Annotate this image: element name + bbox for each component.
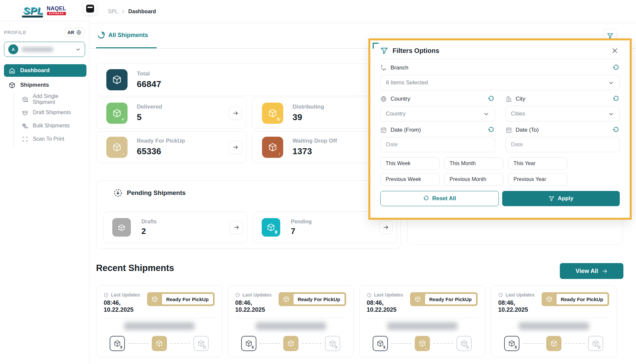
sidebar-toggle-button[interactable] — [83, 2, 97, 15]
arrow-right-icon — [233, 224, 240, 231]
status-badge: Ready For PickUp — [279, 292, 346, 306]
step-connector — [302, 343, 322, 344]
country-label: Country — [391, 96, 410, 102]
date-from-reset-button[interactable] — [487, 126, 495, 134]
sidebar-item-draft-shipments[interactable]: Draft Shipments — [17, 107, 86, 118]
city-reset-button[interactable] — [612, 95, 620, 103]
sidebar-item-bulk-shipments[interactable]: Bulk Shipments — [17, 120, 86, 131]
close-icon — [611, 47, 618, 54]
this-month-button[interactable]: This Month — [444, 157, 504, 170]
arrow-right-icon — [232, 144, 239, 151]
panel-corner-mark — [373, 43, 379, 49]
recent-shipment-card[interactable]: Last Updates 08:46, 10.22.2025 Ready For… — [491, 285, 617, 357]
delivered-arrow-button[interactable] — [229, 107, 242, 120]
branch-reset-button[interactable] — [612, 64, 620, 72]
delivered-box-icon: ✓ — [106, 103, 128, 124]
chevron-down-icon — [76, 47, 81, 52]
arrow-right-icon — [383, 224, 389, 231]
globe-icon — [76, 30, 81, 35]
sidebar-item-label: Bulk Shipments — [33, 123, 70, 129]
step-connector — [128, 343, 148, 344]
language-button[interactable]: AR — [64, 28, 85, 37]
naqel-express-text: EXPRESS — [47, 12, 66, 15]
this-year-button[interactable]: This Year — [508, 157, 567, 170]
reset-all-button[interactable]: Reset All — [380, 191, 499, 206]
date-from-input[interactable] — [380, 137, 495, 152]
sidebar-item-add-single-shipment[interactable]: Add Single Shipment — [17, 94, 86, 105]
status-label: Ready For PickUp — [161, 293, 214, 305]
logo-row: SPL NAQEL EXPRESS — [0, 0, 89, 21]
ready-arrow-button[interactable] — [229, 141, 242, 154]
stat-value: 7 — [291, 227, 312, 236]
status-badge: Ready For PickUp — [410, 292, 478, 306]
calendar-icon — [505, 127, 512, 133]
pending-arrow-button[interactable] — [379, 221, 393, 234]
view-all-button[interactable]: View All — [560, 263, 623, 279]
box-arrow-icon — [151, 296, 158, 302]
sidebar-item-label: Shipments — [20, 82, 49, 88]
clock-icon — [367, 293, 372, 297]
branch-label: Branch — [391, 65, 408, 71]
sidebar-item-label: Draft Shipments — [33, 110, 71, 115]
previous-month-button[interactable]: Previous Month — [444, 173, 504, 186]
globe-icon — [380, 96, 387, 102]
box-arrow-icon — [546, 296, 553, 302]
shipment-progress-steps: $ → ◷ — [104, 336, 215, 351]
pending-box-icon: ⧗ — [262, 218, 280, 237]
apply-button[interactable]: Apply — [502, 191, 620, 206]
calendar-icon — [380, 127, 387, 133]
sidebar-item-shipments[interactable]: Shipments — [4, 79, 86, 91]
city-select-value: Cities — [511, 111, 525, 117]
divider — [104, 318, 215, 318]
sidebar-item-dashboard[interactable]: Dashboard — [4, 64, 86, 77]
drafts-arrow-button[interactable] — [230, 221, 243, 234]
cubes-add-icon — [22, 123, 28, 129]
city-select[interactable]: Cities — [505, 106, 620, 121]
ready-box-icon: → — [106, 137, 128, 158]
country-select[interactable]: Country — [380, 106, 495, 121]
reset-icon — [488, 96, 494, 102]
recent-shipment-card[interactable]: Last Updates 08:46, 10.22.2025 Ready For… — [96, 285, 222, 357]
home-icon — [9, 67, 16, 74]
recent-shipment-card[interactable]: Last Updates 08:46, 10.22.2025 Ready For… — [359, 285, 485, 357]
clock-icon — [104, 293, 109, 297]
close-filters-button[interactable] — [610, 46, 620, 56]
stat-label: Ready For PickUp — [137, 138, 185, 144]
last-updated-time: 08:46, 10.22.2025 — [235, 299, 279, 313]
blurred-tracking-number — [387, 322, 457, 330]
profile-select[interactable]: A — [4, 42, 85, 57]
box-icon — [9, 82, 16, 89]
topbar: SPL Dashboard — [89, 0, 636, 23]
sidebar-menu: Dashboard Shipments Add Single Shipment … — [0, 64, 89, 148]
country-reset-button[interactable] — [487, 95, 495, 103]
breadcrumb-root[interactable]: SPL — [108, 9, 118, 15]
last-updates-label: Last Updates — [242, 292, 272, 297]
shipment-progress-steps: $ → ◷ — [367, 336, 478, 351]
sidebar-item-scan-to-print[interactable]: Scan To Print — [17, 134, 86, 144]
reset-icon — [423, 196, 429, 202]
status-badge: Ready For PickUp — [542, 292, 609, 306]
step-waiting-box-icon: ◷ — [325, 336, 340, 351]
step-pickup-box-icon: → — [283, 336, 298, 351]
date-to-input[interactable] — [505, 137, 620, 152]
city-label: City — [516, 96, 525, 102]
naqel-logo: NAQEL EXPRESS — [47, 6, 66, 15]
sidebar-item-label: Add Single Shipment — [33, 93, 82, 105]
blurred-tracking-number — [124, 322, 194, 330]
this-week-button[interactable]: This Week — [380, 157, 440, 170]
previous-year-button[interactable]: Previous Year — [508, 173, 567, 186]
branch-select[interactable]: 6 Items Selected — [380, 75, 620, 90]
last-updates-label: Last Updates — [111, 292, 140, 297]
filters-panel: Filters Options Branch 6 Items Selected … — [368, 38, 632, 220]
clock-icon — [235, 293, 240, 297]
filters-panel-title: Filters Options — [393, 47, 439, 55]
chevron-down-icon — [608, 80, 614, 86]
breadcrumb: SPL Dashboard — [108, 9, 156, 15]
tab-all-shipments[interactable]: All Shipments — [96, 23, 157, 48]
previous-week-button[interactable]: Previous Week — [380, 173, 440, 186]
recent-shipment-card[interactable]: Last Updates 08:46, 10.22.2025 Ready For… — [228, 285, 354, 357]
last-updated-time: 08:46, 10.22.2025 — [367, 299, 410, 313]
date-to-reset-button[interactable] — [612, 126, 620, 134]
box-arrow-icon — [283, 296, 290, 302]
filter-icon — [380, 47, 388, 55]
